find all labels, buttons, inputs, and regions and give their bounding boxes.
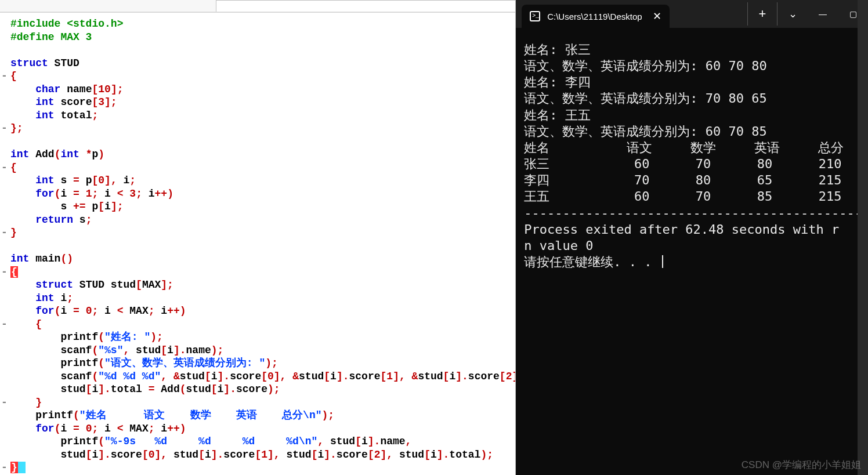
terminal-line: 李四 70 80 65 215 [524,172,862,188]
watermark-text: CSDN @学编程的小羊姐姐 [742,458,861,472]
terminal-line: 张三 60 70 80 210 [524,156,862,172]
code-line[interactable]: -} [10,461,515,474]
terminal-titlebar[interactable]: C:\Users\21119\Desktop ✕ + [516,0,868,28]
terminal-line: 语文、数学、英语成绩分别为: 70 80 65 [524,90,862,107]
terminal-line: 姓名: 李四 [524,74,862,90]
code-line[interactable]: for(i = 0; i < MAX; i++) [10,422,515,436]
code-line[interactable]: - } [10,396,515,409]
code-line[interactable]: int total; [10,109,515,122]
code-line[interactable]: printf("姓名: "); [10,331,515,344]
code-line[interactable]: for(i = 1; i < 3; i++) [10,187,515,201]
code-line[interactable]: int s = p[0], i; [10,174,515,187]
code-line[interactable]: - { [10,318,515,331]
code-line[interactable]: -{ [10,266,515,279]
terminal-line: 请按任意键继续. . . [524,254,862,270]
terminal-scrollbar[interactable] [858,0,868,475]
code-line[interactable]: struct STUD stud[MAX]; [10,278,515,292]
code-line[interactable]: #define MAX 3 [10,31,515,44]
editor-tab[interactable] [216,0,516,12]
terminal-line: Process exited after 62.48 seconds with … [524,222,862,238]
code-line[interactable] [10,240,515,253]
terminal-output[interactable]: 姓名: 张三语文、数学、英语成绩分别为: 60 70 80姓名: 李四语文、数学… [516,28,868,270]
code-line[interactable]: int score[3]; [10,96,515,109]
code-line[interactable]: for(i = 0; i < MAX; i++) [10,304,515,318]
code-line[interactable]: printf("语文、数学、英语成绩分别为: "); [10,357,515,370]
terminal-line: 语文、数学、英语成绩分别为: 60 70 85 [524,124,862,140]
code-line[interactable]: int i; [10,292,515,305]
code-line[interactable]: stud[i].score[0], stud[i].score[1], stud… [10,448,515,462]
code-line[interactable]: stud[i].total = Add(stud[i].score); [10,383,515,396]
new-tab-button[interactable]: + [747,2,777,26]
terminal-tab-title: C:\Users\21119\Desktop [547,12,642,21]
terminal-line: ----------------------------------------… [524,205,862,222]
terminal-line: 语文、数学、英语成绩分别为: 60 70 80 [524,58,862,74]
titlebar-controls: + [747,0,868,28]
editor-tab-strip [0,0,515,13]
close-icon[interactable]: ✕ [653,10,661,23]
code-line[interactable]: -{ [10,70,515,83]
code-line[interactable]: int main() [10,252,515,266]
code-line[interactable]: printf("%-9s %d %d %d %d\n", stud[i].nam… [10,435,515,448]
terminal-window: C:\Users\21119\Desktop ✕ + 姓名: 张三语文、数学、英… [516,0,868,475]
code-line[interactable]: scanf("%d %d %d", &stud[i].score[0], &st… [10,370,515,383]
code-editor-pane[interactable]: #include <stdio.h>#define MAX 3 struct S… [0,0,516,475]
terminal-line: 姓名: 张三 [524,42,862,58]
terminal-line: n value 0 [524,238,862,254]
terminal-line: 王五 60 70 85 215 [524,188,862,205]
code-line[interactable] [10,135,515,148]
code-line[interactable] [10,43,515,57]
terminal-line: 姓名: 王五 [524,107,862,124]
minimize-button[interactable] [808,2,838,26]
terminal-line: 姓名 语文 数学 英语 总分 [524,140,862,156]
code-line[interactable]: -} [10,226,515,240]
code-content[interactable]: #include <stdio.h>#define MAX 3 struct S… [10,17,515,474]
terminal-cursor [662,255,663,268]
code-line[interactable]: -{ [10,161,515,175]
code-line[interactable]: int Add(int *p) [10,148,515,161]
code-line[interactable]: struct STUD [10,57,515,70]
code-line[interactable]: char name[10]; [10,83,515,96]
code-line[interactable]: -}; [10,122,515,135]
code-line[interactable]: scanf("%s", stud[i].name); [10,344,515,357]
code-line[interactable]: printf("姓名 语文 数学 英语 总分\n"); [10,409,515,422]
code-line[interactable]: return s; [10,213,515,227]
tab-dropdown-button[interactable] [777,2,808,26]
terminal-icon [530,11,540,21]
terminal-tab[interactable]: C:\Users\21119\Desktop ✕ [522,5,669,28]
code-line[interactable]: s += p[i]; [10,200,515,213]
code-line[interactable]: #include <stdio.h> [10,17,515,31]
